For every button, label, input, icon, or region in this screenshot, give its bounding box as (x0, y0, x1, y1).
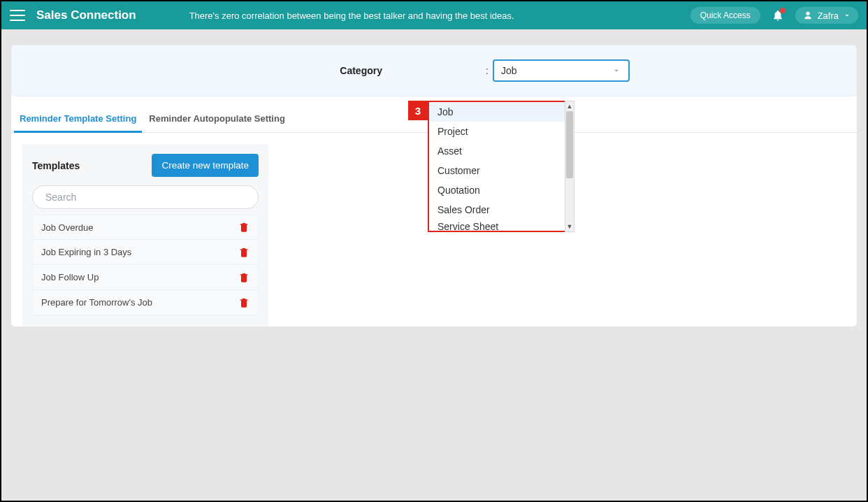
trash-icon[interactable] (238, 222, 249, 233)
tab-reminder-template-setting[interactable]: Reminder Template Setting (15, 109, 140, 132)
menu-icon[interactable] (10, 10, 25, 21)
category-selected-value: Job (501, 65, 517, 76)
avatar-icon (802, 10, 813, 21)
step-badge: 3 (408, 101, 428, 120)
template-item[interactable]: Job Follow Up (32, 265, 259, 290)
chevron-down-icon (612, 66, 621, 76)
template-item-label: Job Overdue (41, 222, 93, 233)
brand-title: Sales Connection (36, 8, 136, 22)
templates-search-input[interactable] (32, 185, 259, 209)
notifications-icon[interactable] (772, 9, 784, 22)
tab-reminder-autopopulate-setting[interactable]: Reminder Autopopulate Setting (145, 109, 289, 132)
templates-title: Templates (32, 160, 80, 171)
notification-dot (780, 8, 786, 13)
svg-point-0 (806, 12, 809, 15)
colon-separator: : (486, 65, 489, 76)
tagline-text: There's zero correlation between being t… (189, 10, 514, 21)
template-item[interactable]: Job Overdue (32, 215, 259, 240)
scroll-down-icon[interactable]: ▼ (565, 222, 574, 231)
scroll-up-icon[interactable]: ▲ (565, 101, 574, 111)
dropdown-scrollbar[interactable]: ▲ ▼ (565, 101, 574, 232)
user-menu[interactable]: Zafra (795, 7, 858, 24)
dropdown-option-job[interactable]: Job (429, 102, 565, 122)
category-dropdown-overlay: 3 Job Project Asset Customer Quotation S… (428, 101, 566, 232)
page-body: Category : Job Reminder Template Setting… (1, 29, 867, 501)
dropdown-option-service-sheet[interactable]: Service Sheet (429, 220, 565, 234)
create-template-button[interactable]: Create new template (152, 154, 259, 177)
scroll-thumb[interactable] (566, 111, 573, 178)
chevron-down-icon (843, 11, 851, 20)
template-item-label: Prepare for Tomorrow's Job (41, 297, 152, 308)
topbar: Sales Connection There's zero correlatio… (1, 1, 867, 29)
dropdown-option-quotation[interactable]: Quotation (429, 180, 565, 200)
category-bar: Category : Job (11, 45, 857, 96)
dropdown-option-sales-order[interactable]: Sales Order (429, 200, 565, 220)
quick-access-button[interactable]: Quick Access (690, 7, 760, 24)
template-item-label: Job Expiring in 3 Days (41, 247, 131, 257)
template-item[interactable]: Job Expiring in 3 Days (32, 240, 259, 265)
template-item[interactable]: Prepare for Tomorrow's Job (32, 290, 259, 315)
category-label: Category (340, 65, 382, 76)
category-dropdown[interactable]: Job Project Asset Customer Quotation Sal… (428, 101, 566, 232)
templates-panel: Templates Create new template Job Overdu… (22, 144, 268, 327)
dropdown-option-asset[interactable]: Asset (429, 141, 565, 161)
trash-icon[interactable] (238, 247, 249, 258)
app-frame: Sales Connection There's zero correlatio… (0, 0, 868, 502)
user-name: Zafra (818, 10, 839, 21)
category-select[interactable]: Job (493, 59, 630, 82)
dropdown-option-customer[interactable]: Customer (429, 161, 565, 180)
trash-icon[interactable] (238, 272, 249, 283)
trash-icon[interactable] (238, 297, 249, 308)
template-item-label: Job Follow Up (41, 272, 99, 282)
template-list: Job Overdue Job Expiring in 3 Days Job F… (32, 215, 259, 315)
dropdown-option-project[interactable]: Project (429, 122, 565, 141)
